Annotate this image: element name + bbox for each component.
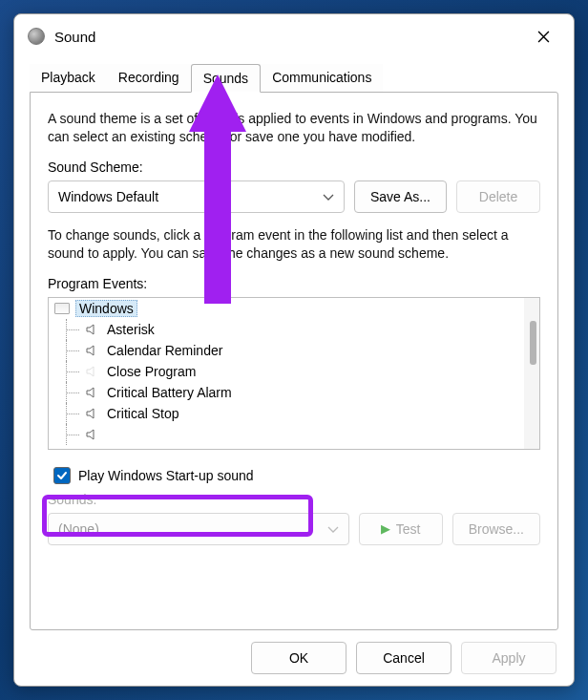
sounds-value: (None)	[58, 521, 99, 537]
close-icon	[537, 31, 550, 43]
event-item[interactable]: Close Program	[49, 361, 539, 382]
list-scrollbar[interactable]	[524, 298, 539, 449]
event-label: Close Program	[107, 364, 196, 379]
sounds-panel: A sound theme is a set of sounds applied…	[30, 92, 558, 630]
titlebar: Sound	[14, 14, 574, 56]
event-label: Asterisk	[107, 322, 155, 337]
event-item[interactable]: Critical Stop	[49, 403, 539, 424]
startup-sound-checkbox[interactable]	[53, 467, 71, 484]
browse-button: Browse...	[452, 513, 540, 545]
event-item[interactable]: Calendar Reminder	[49, 340, 539, 361]
ok-button[interactable]: OK	[251, 642, 346, 674]
events-label: Program Events:	[48, 276, 540, 291]
sound-dialog: Sound Playback Recording Sounds Communic…	[13, 13, 575, 687]
events-description: To change sounds, click a program event …	[48, 226, 540, 263]
close-button[interactable]	[524, 22, 562, 51]
tab-playback[interactable]: Playback	[30, 64, 107, 93]
event-label: Critical Stop	[107, 406, 178, 421]
chevron-down-icon	[327, 521, 339, 537]
apply-button: Apply	[461, 642, 556, 674]
windows-tree-icon	[54, 303, 70, 314]
speaker-icon	[85, 408, 99, 419]
scheme-label: Sound Scheme:	[48, 159, 540, 175]
event-label: Calendar Reminder	[107, 343, 222, 358]
speaker-icon	[85, 345, 99, 356]
cancel-button[interactable]: Cancel	[356, 642, 452, 674]
event-item[interactable]: Asterisk	[49, 319, 539, 340]
scheme-value: Windows Default	[58, 189, 158, 204]
dialog-button-row: OK Cancel Apply	[14, 630, 574, 686]
tab-communications[interactable]: Communications	[261, 64, 383, 93]
startup-sound-label: Play Windows Start-up sound	[78, 468, 254, 483]
tree-root-windows[interactable]: Windows	[49, 298, 539, 319]
tab-recording[interactable]: Recording	[107, 64, 191, 93]
startup-sound-row[interactable]: Play Windows Start-up sound	[48, 459, 540, 492]
event-item[interactable]	[49, 424, 539, 445]
tree-root-label: Windows	[75, 300, 137, 317]
play-icon: ▶	[381, 521, 390, 536]
tab-strip: Playback Recording Sounds Communications	[30, 64, 558, 93]
checkmark-icon	[56, 470, 68, 481]
program-events-list[interactable]: Windows Asterisk Calendar Reminder Close…	[48, 297, 540, 450]
scrollbar-thumb[interactable]	[530, 321, 536, 365]
tab-sounds[interactable]: Sounds	[191, 64, 261, 93]
speaker-icon	[85, 324, 99, 335]
test-button: ▶ Test	[359, 513, 443, 545]
sound-app-icon	[28, 28, 45, 45]
test-label: Test	[396, 521, 421, 537]
event-label: Critical Battery Alarm	[107, 385, 232, 400]
scheme-dropdown[interactable]: Windows Default	[48, 180, 345, 213]
theme-description: A sound theme is a set of sounds applied…	[48, 110, 540, 146]
speaker-icon	[85, 429, 99, 440]
sounds-dropdown-label: Sounds:	[48, 492, 540, 507]
sounds-dropdown: (None)	[48, 513, 349, 545]
save-as-button[interactable]: Save As...	[354, 180, 447, 213]
chevron-down-icon	[323, 189, 334, 204]
speaker-icon	[85, 387, 99, 398]
window-title: Sound	[54, 29, 524, 45]
event-item[interactable]: Critical Battery Alarm	[49, 382, 539, 403]
speaker-icon	[85, 366, 99, 377]
delete-button: Delete	[456, 180, 540, 213]
